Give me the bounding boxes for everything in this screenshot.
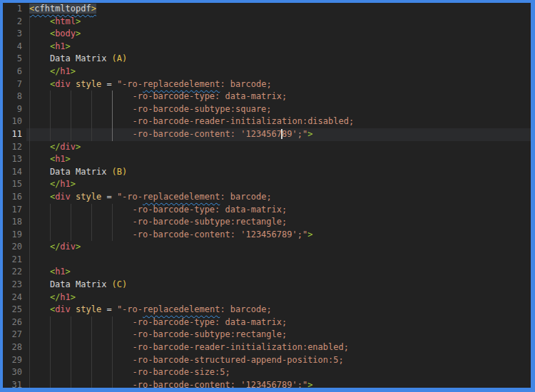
indent-guide xyxy=(112,316,113,329)
indent-guide xyxy=(71,329,71,341)
indent-guide xyxy=(91,379,92,392)
indent-guide xyxy=(29,128,30,141)
code-line[interactable]: 12 </div> xyxy=(3,141,531,154)
indent-guide xyxy=(50,128,51,141)
line-number: 11 xyxy=(3,128,29,141)
indent-guide xyxy=(112,366,113,379)
code-text: <h1> xyxy=(29,41,71,51)
line-number: 18 xyxy=(3,216,29,229)
indent-guide xyxy=(29,78,30,91)
code-line[interactable]: 22 <h1> xyxy=(3,266,531,279)
indent-guide xyxy=(29,254,30,267)
code-line[interactable]: 28 -ro-barcode-reader-initialization:ena… xyxy=(3,341,531,354)
indent-guide xyxy=(29,166,30,179)
code-line[interactable]: 17 -ro-barcode-type: data-matrix; xyxy=(3,204,531,217)
line-number: 28 xyxy=(3,341,29,354)
code-text: </h1> xyxy=(29,292,76,302)
code-line[interactable]: 9 -ro-barcode-subtype:square; xyxy=(3,103,531,116)
indent-guide xyxy=(91,341,92,354)
indent-guide xyxy=(50,366,51,379)
code-line[interactable]: 26 -ro-barcode-type: data-matrix; xyxy=(3,316,531,329)
indent-guide xyxy=(91,103,92,116)
indent-guide xyxy=(29,204,30,217)
code-text: <div style = "-ro-replacedelement: barco… xyxy=(29,79,272,89)
indent-guide xyxy=(29,91,30,103)
indent-guide xyxy=(50,341,51,354)
code-line[interactable]: 5 Data Matrix (A) xyxy=(3,53,531,66)
line-number: 22 xyxy=(3,266,29,279)
line-number: 16 xyxy=(3,191,29,204)
code-text: <div style = "-ro-replacedelement: barco… xyxy=(29,192,272,202)
code-line[interactable]: 7 <div style = "-ro-replacedelement: bar… xyxy=(3,78,531,91)
code-line[interactable]: 10 -ro-barcode-reader-initialization:dis… xyxy=(3,115,531,128)
code-line[interactable]: 19 -ro-barcode-content: '123456789';"> xyxy=(3,229,531,242)
indent-guide xyxy=(71,103,71,116)
code-line[interactable]: 2 <html> xyxy=(3,16,531,29)
code-text: -ro-barcode-type: data-matrix; xyxy=(29,317,287,327)
indent-guide xyxy=(50,115,51,128)
indent-guide xyxy=(112,341,113,354)
line-number: 8 xyxy=(3,91,29,103)
indent-guide xyxy=(29,304,30,316)
indent-guide xyxy=(29,329,30,341)
indent-guide xyxy=(112,329,113,341)
code-line[interactable]: 29 -ro-barcode-structured-append-positio… xyxy=(3,354,531,367)
line-number: 24 xyxy=(3,292,29,304)
indent-guide xyxy=(91,128,92,141)
code-text: <body> xyxy=(29,29,81,38)
code-text: -ro-barcode-subtype:rectangle; xyxy=(29,217,287,227)
code-line[interactable]: 11 -ro-barcode-content: '123456789';"> xyxy=(3,128,531,141)
code-text: -ro-barcode-content: '123456789';"> xyxy=(29,229,312,239)
code-line[interactable]: 18 -ro-barcode-subtype:rectangle; xyxy=(3,216,531,229)
code-text: -ro-barcode-reader-initialization:disabl… xyxy=(29,116,354,126)
indent-guide xyxy=(91,91,92,103)
code-editor-window: 1<cfhtmltopdf>2 <html>3 <body>4 <h1>5 Da… xyxy=(0,0,535,392)
indent-guide xyxy=(29,115,30,128)
code-line[interactable]: 4 <h1> xyxy=(3,41,531,53)
indent-guide xyxy=(29,279,30,292)
indent-guide xyxy=(91,354,92,367)
code-line[interactable]: 16 <div style = "-ro-replacedelement: ba… xyxy=(3,191,531,204)
indent-guide xyxy=(71,316,71,329)
code-line[interactable]: 23 Data Matrix (C) xyxy=(3,279,531,292)
code-line[interactable]: 21 xyxy=(3,254,531,267)
code-line[interactable]: 25 <div style = "-ro-replacedelement: ba… xyxy=(3,304,531,316)
code-line[interactable]: 14 Data Matrix (B) xyxy=(3,166,531,179)
code-line[interactable]: 24 </h1> xyxy=(3,292,531,304)
line-number: 31 xyxy=(3,379,29,392)
code-text: -ro-barcode-reader-initialization:enable… xyxy=(29,342,349,352)
code-line[interactable]: 30 -ro-barcode-size:5; xyxy=(3,366,531,379)
line-number: 9 xyxy=(3,103,29,116)
code-line[interactable]: 27 -ro-barcode-subtype:rectangle; xyxy=(3,329,531,341)
indent-guide xyxy=(91,366,92,379)
line-number: 20 xyxy=(3,241,29,254)
code-line[interactable]: 13 <h1> xyxy=(3,153,531,166)
code-line[interactable]: 1<cfhtmltopdf> xyxy=(3,3,531,16)
code-line[interactable]: 3 <body> xyxy=(3,28,531,41)
line-number: 13 xyxy=(3,153,29,166)
indent-guide xyxy=(29,229,30,242)
indent-guide xyxy=(71,91,71,103)
code-line[interactable]: 8 -ro-barcode-type: data-matrix; xyxy=(3,91,531,103)
line-number: 30 xyxy=(3,366,29,379)
line-number: 27 xyxy=(3,329,29,341)
indent-guide xyxy=(29,266,30,279)
code-line[interactable]: 31 -ro-barcode-content: '123456789';"> xyxy=(3,379,531,392)
code-line[interactable]: 20 </div> xyxy=(3,241,531,254)
code-text: -ro-barcode-subtype:square; xyxy=(29,104,272,114)
indent-guide xyxy=(29,66,30,78)
line-number: 15 xyxy=(3,178,29,191)
code-line[interactable]: 15 </h1> xyxy=(3,178,531,191)
indent-guide xyxy=(50,91,51,103)
indent-guide xyxy=(50,216,51,229)
code-line[interactable]: 6 </h1> xyxy=(3,66,531,78)
indent-guide xyxy=(29,292,30,304)
code-text: Data Matrix (C) xyxy=(29,279,127,289)
code-text: <h1> xyxy=(29,154,71,164)
indent-guide xyxy=(29,241,30,254)
code-editor[interactable]: 1<cfhtmltopdf>2 <html>3 <body>4 <h1>5 Da… xyxy=(3,3,531,388)
indent-guide xyxy=(112,379,113,392)
line-number: 5 xyxy=(3,53,29,66)
indent-guide xyxy=(91,115,92,128)
code-text: -ro-barcode-structured-append-position:5… xyxy=(29,355,344,365)
